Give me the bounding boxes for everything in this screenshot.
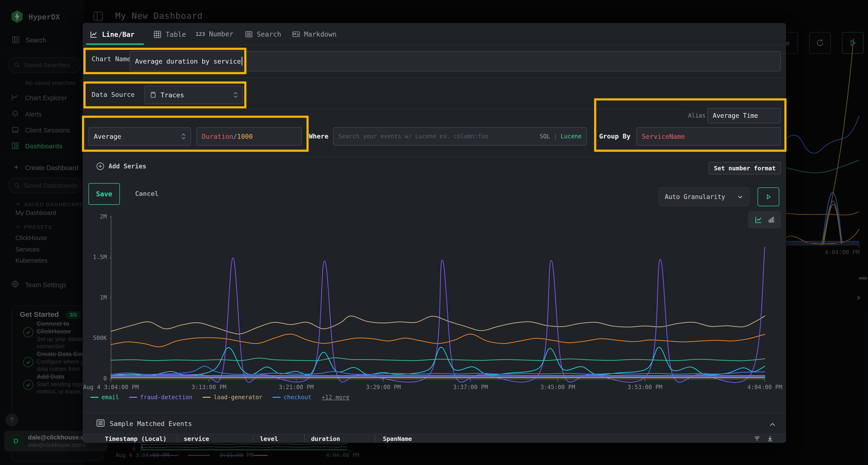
lucene-toggle[interactable]: Lucene (561, 133, 582, 140)
sidebar-item-search[interactable]: Search (26, 37, 46, 44)
legend-dash (273, 397, 281, 398)
cancel-button[interactable]: Cancel (135, 190, 159, 197)
aggregation-select[interactable]: Average (89, 127, 191, 145)
divider (0, 157, 83, 157)
sidebar-item-services[interactable]: Services (16, 246, 39, 253)
save-button[interactable]: Save (89, 183, 120, 205)
saved-dashboards-input[interactable]: Saved Dashboards (8, 178, 81, 193)
legend-more-link[interactable]: +12 more (322, 394, 350, 401)
data-source-select[interactable]: Traces (144, 86, 243, 104)
no-saved-searches-text: No saved searches (26, 79, 75, 86)
set-number-format-button[interactable]: Set number format (709, 162, 781, 174)
tab-table[interactable]: Table (153, 30, 186, 39)
plus-icon: + (14, 163, 19, 172)
create-dashboard-button[interactable]: Create Dashboard (25, 164, 79, 172)
background-x-label: Aug 4 3:04:00 PM (113, 452, 171, 458)
get-started-step-title[interactable]: Add Data (37, 373, 64, 380)
scrollbar-handle[interactable] (859, 277, 867, 279)
get-started-step-title[interactable]: Connect to (37, 320, 69, 327)
where-search-input[interactable]: Search your events w/ Lucene ex. column:… (333, 127, 587, 145)
chevron-down-icon[interactable] (16, 224, 21, 229)
play-icon (765, 193, 772, 200)
markdown-icon (292, 30, 300, 38)
legend-label: email (101, 394, 119, 401)
bell-icon (11, 110, 19, 118)
filter-icon[interactable] (753, 435, 761, 442)
sidebar-item-chart-explorer[interactable]: Chart Explorer (25, 94, 67, 102)
run-chart-button[interactable] (757, 188, 779, 206)
plus-circle-icon (96, 162, 105, 171)
divider (83, 77, 786, 78)
group-by-input[interactable]: ServiceName (637, 127, 781, 145)
series-line-series-cyan (111, 347, 765, 376)
hyperdx-logo-icon (10, 10, 24, 24)
column-separator[interactable] (177, 435, 178, 442)
sidebar-item-my-dashboard[interactable]: My Dashboard (16, 209, 56, 217)
chart-name-input[interactable]: Average duration by service (130, 51, 781, 71)
tab-line-bar[interactable]: Line/Bar (89, 30, 134, 39)
check-icon (23, 357, 33, 367)
tab-markdown[interactable]: Markdown (292, 30, 337, 38)
column-header-service[interactable]: service (184, 435, 209, 442)
column-separator[interactable] (304, 435, 305, 442)
tab-search[interactable]: Search (245, 30, 281, 38)
chevron-down-icon[interactable] (16, 201, 21, 207)
legend-item[interactable]: email (90, 394, 119, 401)
sidebar-item-alerts[interactable]: Alerts (25, 111, 42, 118)
scroll-arrow-icon[interactable] (858, 295, 861, 300)
sidebar-item-team-settings[interactable]: Team Settings (25, 281, 66, 289)
sidebar: HyperDX Search Saved Searches No saved s… (0, 0, 83, 465)
saved-dashboards-section-header[interactable]: SAVED DASHBOARDS (24, 201, 88, 208)
alias-input[interactable]: Average Time (707, 108, 781, 123)
page-title: My New Dashboard (115, 11, 203, 21)
legend-item[interactable]: checkout (273, 394, 311, 401)
column-header-level[interactable]: level (260, 435, 278, 442)
sql-toggle[interactable]: SQL (540, 133, 550, 140)
gear-icon (11, 280, 19, 288)
group-by-label: Group By (599, 133, 630, 140)
series-line-fraud-detection (111, 247, 765, 383)
legend-label: load-generator (214, 394, 262, 401)
legend-item[interactable]: fraud-detection (129, 394, 192, 401)
data-source-label: Data Source (92, 91, 135, 98)
saved-searches-input[interactable]: Saved Searches (8, 57, 81, 73)
legend-label: fraud-detection (140, 394, 192, 401)
select-chevrons-icon (234, 92, 238, 98)
divider (83, 412, 786, 413)
collapse-section-icon[interactable] (769, 421, 776, 429)
chevron-down-icon (737, 194, 743, 200)
alias-label: Alias (688, 112, 706, 119)
search-icon (14, 182, 21, 189)
get-started-step-title[interactable]: ClickHouse (37, 328, 71, 335)
column-header-spanname[interactable]: SpanName (383, 435, 412, 442)
background-x-label: 3:31:00 PM (208, 452, 266, 458)
field-expression-input[interactable]: Duration/1000 (196, 127, 302, 145)
add-series-button[interactable]: Add Series (96, 162, 146, 171)
tab-number[interactable]: 123 Number (195, 30, 234, 38)
check-icon (23, 380, 33, 390)
legend-item[interactable]: load-generator (203, 394, 262, 401)
sidebar-item-kubernetes[interactable]: Kubernetes (16, 257, 48, 264)
sidebar-item-client-sessions[interactable]: Client Sessions (25, 127, 70, 134)
column-separator[interactable] (374, 435, 375, 442)
column-separator[interactable] (253, 435, 254, 442)
list-icon (96, 418, 105, 428)
sidebar-item-dashboards[interactable]: Dashboards (25, 143, 63, 150)
legend-dash (90, 397, 99, 398)
get-started-badge: 3/3 (66, 311, 81, 319)
column-header-duration[interactable]: duration (311, 435, 340, 442)
get-started-title: Get Started (20, 310, 59, 319)
column-header-timestamp[interactable]: Timestamp (Local) (105, 435, 166, 442)
divider (83, 109, 685, 109)
granularity-select[interactable]: Auto Granularity (659, 188, 749, 206)
help-button[interactable]: ? (5, 413, 18, 427)
y-tick-label: 1.5M (85, 254, 107, 261)
legend-dash (203, 397, 211, 398)
divider (83, 157, 786, 157)
download-icon[interactable] (767, 435, 774, 442)
legend-label: checkout (283, 394, 311, 401)
sidebar-item-clickhouse[interactable]: ClickHouse (16, 234, 47, 242)
presets-section-header[interactable]: PRESETS (24, 224, 52, 230)
sidebar-collapse-icon[interactable] (92, 10, 104, 22)
background-y0-label: 0 (128, 446, 135, 452)
